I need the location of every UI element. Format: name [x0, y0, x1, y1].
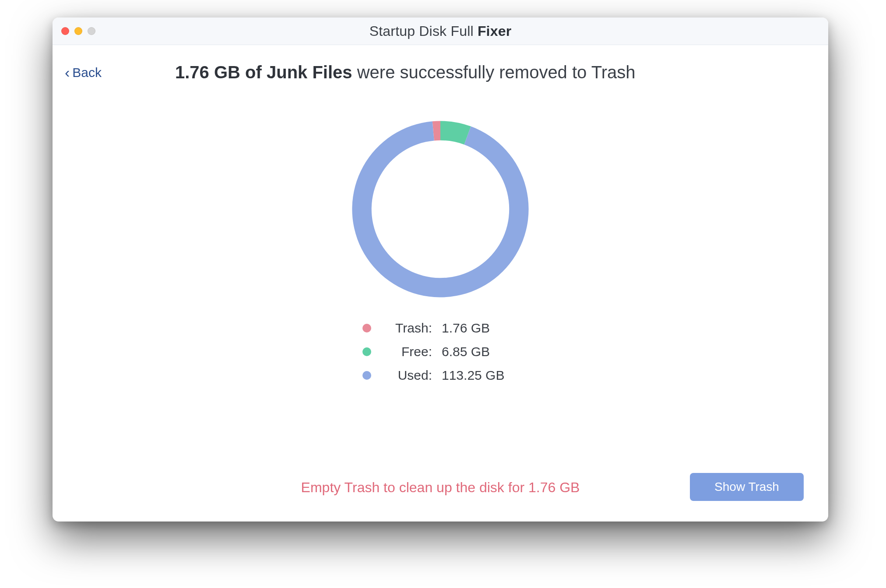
legend-row-free: Free: 6.85 GB	[360, 340, 520, 364]
legend-label: Free:	[381, 344, 434, 359]
chevron-left-icon: ‹	[65, 65, 70, 80]
legend-row-used: Used: 113.25 GB	[360, 364, 520, 387]
legend-swatch-trash	[362, 324, 371, 332]
headline-bold: 1.76 GB of Junk Files	[175, 63, 352, 82]
back-label: Back	[72, 65, 102, 80]
legend-swatch-free	[362, 347, 371, 356]
legend-value: 6.85 GB	[442, 344, 520, 359]
zoom-icon	[88, 27, 95, 35]
window-controls	[61, 27, 95, 35]
window-title: Startup Disk Full Fixer	[369, 23, 512, 39]
legend-value: 1.76 GB	[442, 321, 520, 336]
close-icon[interactable]	[61, 27, 69, 35]
headline-rest: were successfully removed to Trash	[352, 63, 636, 82]
result-headline: 1.76 GB of Junk Files were successfully …	[175, 63, 802, 82]
legend: Trash: 1.76 GB Free: 6.85 GB Used: 113.2…	[360, 316, 520, 387]
titlebar: Startup Disk Full Fixer	[53, 18, 828, 45]
empty-trash-hint: Empty Trash to clean up the disk for 1.7…	[301, 480, 580, 496]
legend-row-trash: Trash: 1.76 GB	[360, 316, 520, 340]
back-button[interactable]: ‹ Back	[65, 65, 102, 80]
legend-label: Used:	[381, 368, 434, 383]
window-title-bold: Fixer	[478, 23, 511, 39]
legend-swatch-used	[362, 371, 371, 380]
app-window: Startup Disk Full Fixer ‹ Back 1.76 GB o…	[53, 18, 828, 522]
legend-value: 113.25 GB	[442, 368, 520, 383]
show-trash-button[interactable]: Show Trash	[690, 473, 804, 501]
content-area: ‹ Back 1.76 GB of Junk Files were succes…	[53, 45, 828, 522]
legend-label: Trash:	[381, 321, 434, 336]
minimize-icon[interactable]	[74, 27, 82, 35]
window-title-prefix: Startup Disk Full	[369, 23, 478, 39]
disk-usage-donut	[348, 117, 532, 301]
